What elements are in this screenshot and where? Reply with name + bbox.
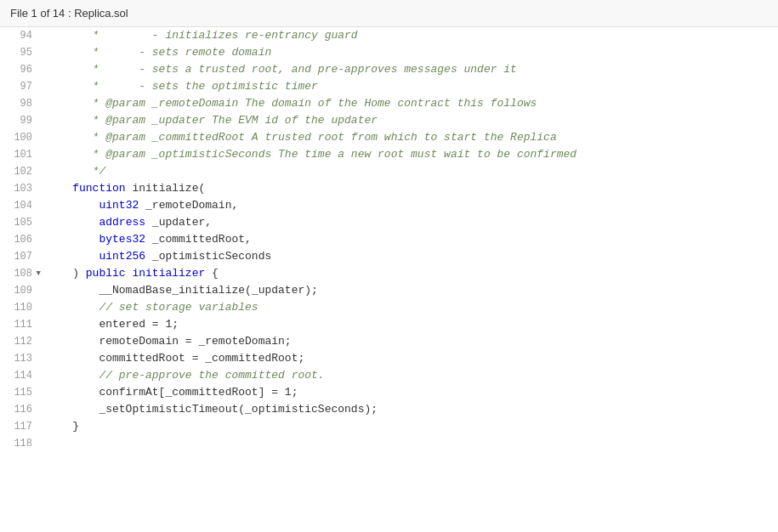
code-line: 118 (0, 435, 778, 452)
code-line: 110 // set storage variables (0, 299, 778, 316)
line-number: 113 (0, 350, 43, 367)
line-content: remoteDomain = _remoteDomain; (43, 333, 778, 350)
line-content: // pre-approve the committed root. (43, 367, 778, 384)
line-content: * - initializes re-entrancy guard (43, 27, 778, 44)
code-line: 97 * - sets the optimistic timer (0, 78, 778, 95)
code-line: 105 address _updater, (0, 214, 778, 231)
line-number: 110 (0, 299, 43, 316)
code-line: 112 remoteDomain = _remoteDomain; (0, 333, 778, 350)
line-number: 112 (0, 333, 43, 350)
line-number: 104 (0, 197, 43, 214)
code-line: 101 * @param _optimisticSeconds The time… (0, 146, 778, 163)
code-line: 109 __NomadBase_initialize(_updater); (0, 282, 778, 299)
line-content: * - sets remote domain (43, 44, 778, 61)
line-number: 102 (0, 163, 43, 180)
line-number: 107 (0, 248, 43, 265)
line-number: 105 (0, 214, 43, 231)
line-number: 117 (0, 418, 43, 435)
line-content: * - sets the optimistic timer (43, 78, 778, 95)
line-number: 96 (0, 61, 43, 78)
code-container: 94 * - initializes re-entrancy guard95 *… (0, 27, 778, 452)
line-number: 98 (0, 95, 43, 112)
code-line: 116 _setOptimisticTimeout(_optimisticSec… (0, 401, 778, 418)
code-line: 117 } (0, 418, 778, 435)
line-content: } (43, 418, 778, 435)
line-number: 103 (0, 180, 43, 197)
code-line: 98 * @param _remoteDomain The domain of … (0, 95, 778, 112)
line-content: bytes32 _committedRoot, (43, 231, 778, 248)
line-content: address _updater, (43, 214, 778, 231)
line-content: * - sets a trusted root, and pre-approve… (43, 61, 778, 78)
line-number: 111 (0, 316, 43, 333)
line-content: uint32 _remoteDomain, (43, 197, 778, 214)
line-content: * @param _updater The EVM id of the upda… (43, 112, 778, 129)
line-number: 101 (0, 146, 43, 163)
line-content: ) public initializer { (43, 265, 778, 282)
code-line: 106 bytes32 _committedRoot, (0, 231, 778, 248)
line-content: entered = 1; (43, 316, 778, 333)
line-content: // set storage variables (43, 299, 778, 316)
line-content: __NomadBase_initialize(_updater); (43, 282, 778, 299)
line-content: * @param _remoteDomain The domain of the… (43, 95, 778, 112)
code-line: 95 * - sets remote domain (0, 44, 778, 61)
line-content: uint256 _optimisticSeconds (43, 248, 778, 265)
code-line: 114 // pre-approve the committed root. (0, 367, 778, 384)
line-content: */ (43, 163, 778, 180)
code-line: 107 uint256 _optimisticSeconds (0, 248, 778, 265)
line-content: function initialize( (43, 180, 778, 197)
code-line: 99 * @param _updater The EVM id of the u… (0, 112, 778, 129)
line-content: _setOptimisticTimeout(_optimisticSeconds… (43, 401, 778, 418)
line-number: 100 (0, 129, 43, 146)
code-line: 108 ) public initializer { (0, 265, 778, 282)
code-line: 115 confirmAt[_committedRoot] = 1; (0, 384, 778, 401)
file-title: File 1 of 14 : Replica.sol (10, 7, 128, 20)
line-number: 118 (0, 435, 43, 452)
line-number: 97 (0, 78, 43, 95)
header: File 1 of 14 : Replica.sol (0, 0, 778, 27)
line-number: 99 (0, 112, 43, 129)
code-line: 111 entered = 1; (0, 316, 778, 333)
line-content: confirmAt[_committedRoot] = 1; (43, 384, 778, 401)
line-number: 94 (0, 27, 43, 44)
code-line: 96 * - sets a trusted root, and pre-appr… (0, 61, 778, 78)
line-number: 114 (0, 367, 43, 384)
line-content: * @param _committedRoot A trusted root f… (43, 129, 778, 146)
line-number: 106 (0, 231, 43, 248)
code-line: 94 * - initializes re-entrancy guard (0, 27, 778, 44)
code-line: 104 uint32 _remoteDomain, (0, 197, 778, 214)
line-number: 95 (0, 44, 43, 61)
code-line: 103 function initialize( (0, 180, 778, 197)
line-number: 115 (0, 384, 43, 401)
line-content: committedRoot = _committedRoot; (43, 350, 778, 367)
code-line: 113 committedRoot = _committedRoot; (0, 350, 778, 367)
code-line: 102 */ (0, 163, 778, 180)
line-content: * @param _optimisticSeconds The time a n… (43, 146, 778, 163)
code-line: 100 * @param _committedRoot A trusted ro… (0, 129, 778, 146)
line-number: 109 (0, 282, 43, 299)
line-number: 116 (0, 401, 43, 418)
line-number: 108 (0, 265, 43, 282)
